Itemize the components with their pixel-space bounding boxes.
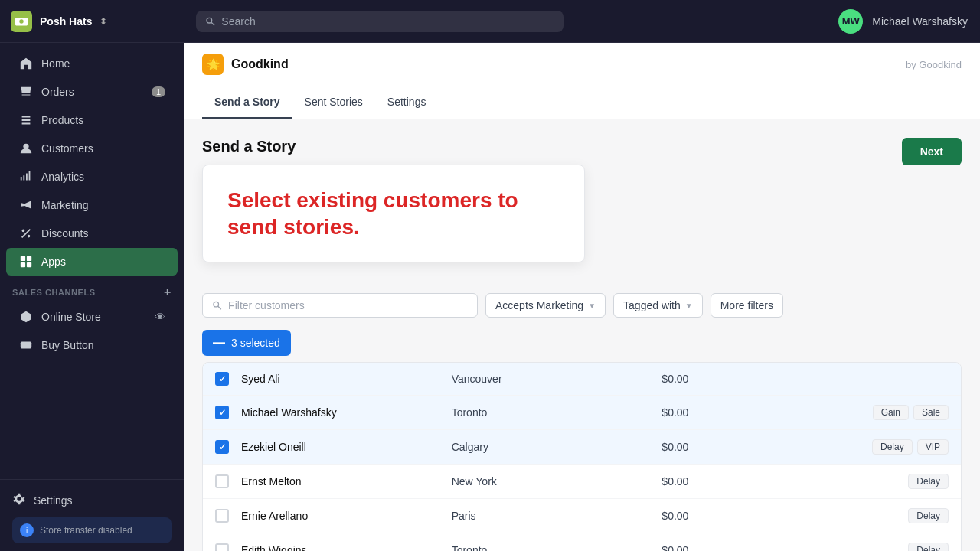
customer-filter-search[interactable] bbox=[202, 293, 478, 318]
customer-name-1: Syed Ali bbox=[241, 373, 439, 385]
sidebar-footer: Settings i Store transfer disabled bbox=[0, 479, 184, 551]
customer-tags-5: Delay bbox=[750, 508, 949, 523]
deselect-icon: — bbox=[213, 336, 225, 350]
svg-point-2 bbox=[28, 235, 31, 238]
more-filters-button[interactable]: More filters bbox=[710, 293, 783, 318]
tooltip-text: Select existing customers to send storie… bbox=[227, 187, 560, 240]
customer-city-6: Toronto bbox=[452, 544, 650, 551]
marketing-icon bbox=[18, 197, 34, 213]
eye-icon: 👁 bbox=[155, 311, 165, 323]
add-channel-button[interactable]: + bbox=[164, 285, 172, 299]
sidebar-label-products: Products bbox=[41, 114, 83, 126]
store-selector[interactable]: Posh Hats ⬍ bbox=[11, 11, 107, 32]
customer-checkbox-1[interactable] bbox=[215, 372, 229, 386]
accepts-marketing-chevron-icon: ▼ bbox=[588, 302, 596, 310]
more-filters-label: More filters bbox=[720, 299, 773, 311]
settings-label: Settings bbox=[34, 494, 73, 507]
topbar-right: MW Michael Warshafsky bbox=[838, 9, 968, 34]
customer-city-3: Calgary bbox=[452, 441, 650, 453]
settings-nav-item[interactable]: Settings bbox=[12, 487, 172, 513]
sidebar-label-customers: Customers bbox=[41, 142, 93, 155]
tab-sent-stories[interactable]: Sent Stories bbox=[292, 86, 375, 119]
store-chevron-icon: ⬍ bbox=[100, 16, 107, 27]
customer-tags-3: Delay VIP bbox=[750, 439, 949, 455]
svg-rect-6 bbox=[27, 262, 31, 267]
products-icon bbox=[18, 112, 34, 128]
next-button[interactable]: Next bbox=[902, 138, 962, 165]
app-name: Goodkind bbox=[231, 57, 289, 71]
app-title-area: 🌟 Goodkind bbox=[202, 54, 289, 75]
tab-send-story[interactable]: Send a Story bbox=[202, 86, 292, 119]
main-area: MW Michael Warshafsky 🌟 Goodkind by Good… bbox=[184, 0, 980, 551]
global-search[interactable] bbox=[196, 11, 564, 32]
tag-delay: Delay bbox=[908, 543, 949, 551]
app-header: 🌟 Goodkind by Goodkind bbox=[184, 43, 980, 86]
page-title: Send a Story bbox=[202, 138, 585, 155]
sidebar-item-customers[interactable]: Customers bbox=[6, 135, 178, 162]
accepts-marketing-label: Accepts Marketing bbox=[495, 299, 583, 311]
table-row: Ezekiel Oneill Calgary $0.00 Delay VIP bbox=[203, 430, 961, 465]
tag-delay: Delay bbox=[908, 508, 949, 523]
customer-city-1: Vancouver bbox=[452, 373, 650, 385]
accepts-marketing-filter[interactable]: Accepts Marketing ▼ bbox=[485, 293, 606, 318]
sidebar-item-buy-button[interactable]: Buy Button bbox=[6, 331, 178, 359]
selected-count-label: 3 selected bbox=[231, 337, 280, 349]
app-logo: 🌟 bbox=[202, 54, 224, 75]
online-store-icon bbox=[18, 309, 34, 324]
sidebar-label-analytics: Analytics bbox=[41, 171, 84, 183]
table-row: Ernst Melton New York $0.00 Delay bbox=[203, 465, 961, 499]
selected-row: — 3 selected bbox=[202, 330, 962, 356]
search-input[interactable] bbox=[221, 15, 554, 28]
customer-checkbox-2[interactable] bbox=[215, 406, 229, 419]
sidebar-item-analytics[interactable]: Analytics bbox=[6, 163, 178, 191]
customer-name-2: Michael Warshafsky bbox=[241, 406, 439, 419]
page-title-area: Send a Story Select existing customers t… bbox=[202, 138, 585, 278]
filter-customers-input[interactable] bbox=[228, 299, 468, 311]
sales-channels-label: SALES CHANNELS bbox=[12, 288, 96, 297]
store-name: Posh Hats bbox=[40, 15, 92, 28]
sidebar-nav: Home Orders 1 Products Customers Analy bbox=[0, 43, 184, 479]
customer-amount-5: $0.00 bbox=[662, 510, 738, 522]
customer-checkbox-3[interactable] bbox=[215, 440, 229, 454]
customers-icon bbox=[18, 141, 34, 156]
sidebar-item-products[interactable]: Products bbox=[6, 106, 178, 134]
sidebar-item-apps[interactable]: Apps bbox=[6, 248, 178, 276]
settings-icon bbox=[12, 492, 26, 508]
info-icon: i bbox=[20, 523, 34, 537]
title-tooltip-row: Send a Story Select existing customers t… bbox=[202, 138, 962, 278]
customer-city-4: New York bbox=[452, 475, 650, 487]
tagged-with-filter[interactable]: Tagged with ▼ bbox=[613, 293, 703, 318]
tag-gain: Gain bbox=[873, 405, 909, 420]
table-row: Ernie Arellano Paris $0.00 Delay bbox=[203, 499, 961, 533]
tabs-bar: Send a Story Sent Stories Settings bbox=[184, 86, 980, 119]
sidebar-item-orders[interactable]: Orders 1 bbox=[6, 78, 178, 106]
selected-badge[interactable]: — 3 selected bbox=[202, 330, 291, 356]
svg-rect-5 bbox=[21, 262, 25, 267]
sidebar-item-home[interactable]: Home bbox=[6, 50, 178, 77]
customer-checkbox-6[interactable] bbox=[215, 543, 229, 551]
svg-line-9 bbox=[211, 22, 214, 25]
analytics-icon bbox=[18, 169, 34, 184]
customer-checkbox-5[interactable] bbox=[215, 509, 229, 523]
customer-tags-4: Delay bbox=[750, 474, 949, 489]
sidebar-item-online-store[interactable]: Online Store 👁 bbox=[6, 303, 178, 331]
tagged-with-chevron-icon: ▼ bbox=[685, 302, 693, 310]
store-icon bbox=[11, 11, 32, 32]
tab-settings[interactable]: Settings bbox=[375, 86, 439, 119]
customer-tags-6: Delay bbox=[750, 543, 949, 551]
customer-amount-4: $0.00 bbox=[662, 475, 738, 487]
customer-name-4: Ernst Melton bbox=[241, 475, 439, 487]
sidebar: Posh Hats ⬍ Home Orders 1 Products bbox=[0, 0, 184, 551]
page-body: Send a Story Select existing customers t… bbox=[184, 119, 980, 551]
customer-checkbox-4[interactable] bbox=[215, 474, 229, 488]
customer-amount-2: $0.00 bbox=[662, 406, 738, 419]
avatar: MW bbox=[838, 9, 863, 34]
discounts-icon bbox=[18, 226, 34, 241]
sidebar-item-discounts[interactable]: Discounts bbox=[6, 220, 178, 247]
sidebar-label-marketing: Marketing bbox=[41, 199, 88, 211]
sidebar-item-marketing[interactable]: Marketing bbox=[6, 191, 178, 219]
customer-name-6: Edith Wiggins bbox=[241, 544, 439, 551]
filter-search-icon bbox=[212, 300, 222, 311]
tag-sale: Sale bbox=[913, 405, 949, 420]
svg-rect-7 bbox=[21, 342, 31, 349]
